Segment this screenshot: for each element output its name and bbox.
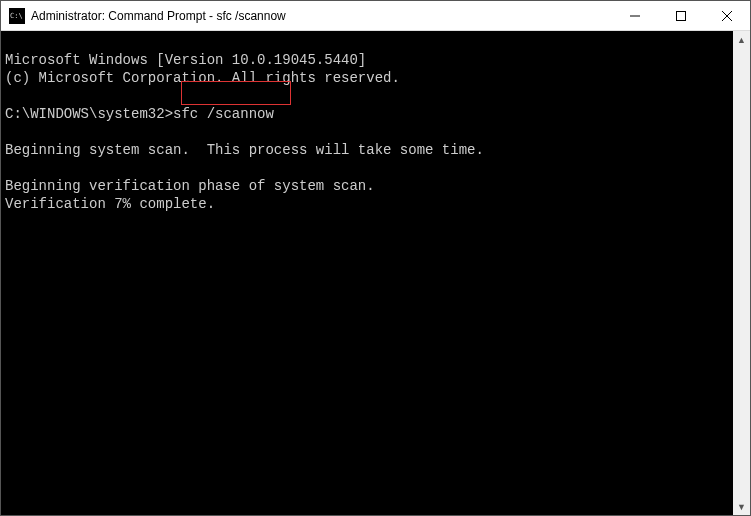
vertical-scrollbar[interactable]: ▲ ▼: [733, 31, 750, 515]
console-output[interactable]: Microsoft Windows [Version 10.0.19045.54…: [1, 31, 733, 515]
maximize-button[interactable]: [658, 1, 704, 30]
svg-rect-1: [677, 11, 686, 20]
output-line: (c) Microsoft Corporation. All rights re…: [5, 70, 400, 86]
close-button[interactable]: [704, 1, 750, 30]
minimize-button[interactable]: [612, 1, 658, 30]
prompt-path: C:\WINDOWS\system32>: [5, 106, 173, 122]
output-line: Microsoft Windows [Version 10.0.19045.54…: [5, 52, 366, 68]
output-line: Beginning system scan. This process will…: [5, 142, 484, 158]
prompt-command: sfc /scannow: [173, 106, 274, 122]
window-title: Administrator: Command Prompt - sfc /sca…: [31, 9, 612, 23]
window-controls: [612, 1, 750, 30]
window-titlebar: Administrator: Command Prompt - sfc /sca…: [1, 1, 750, 31]
console-area: Microsoft Windows [Version 10.0.19045.54…: [1, 31, 750, 515]
cmd-icon: [9, 8, 25, 24]
output-line: Beginning verification phase of system s…: [5, 178, 375, 194]
prompt-line: C:\WINDOWS\system32>sfc /scannow: [5, 106, 274, 122]
output-line: Verification 7% complete.: [5, 196, 215, 212]
scroll-down-arrow[interactable]: ▼: [733, 498, 750, 515]
scroll-up-arrow[interactable]: ▲: [733, 31, 750, 48]
